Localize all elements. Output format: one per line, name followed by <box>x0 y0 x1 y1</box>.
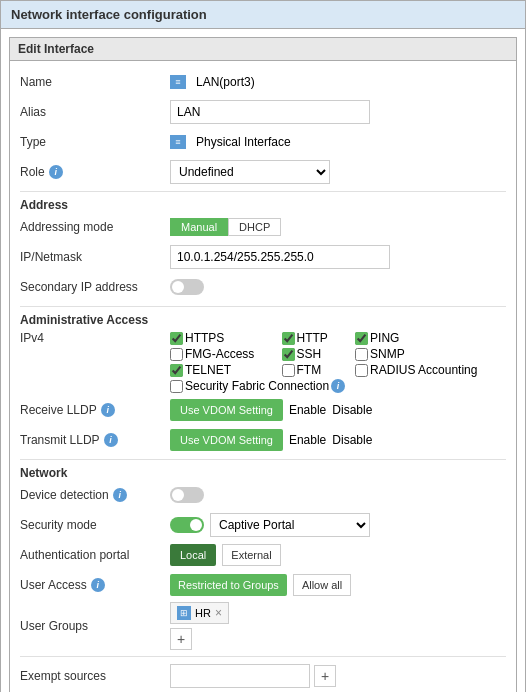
external-btn[interactable]: External <box>222 544 280 566</box>
transmit-lldp-disable[interactable]: Disable <box>332 433 372 447</box>
exempt-sources-plus[interactable]: + <box>314 665 336 687</box>
user-access-row: User Access i Restricted to Groups Allow… <box>20 572 506 598</box>
dhcp-btn[interactable]: DHCP <box>228 218 281 236</box>
auth-portal-label: Authentication portal <box>20 548 170 562</box>
form-body: Name ≡ LAN(port3) Alias Type ≡ Physical … <box>10 61 516 692</box>
user-groups-value: ⊞ HR × + <box>170 602 506 650</box>
radius-label: RADIUS Accounting <box>370 363 477 377</box>
security-mode-select[interactable]: Captive Portal <box>210 513 370 537</box>
user-groups-add: + <box>170 628 192 650</box>
ping-checkbox[interactable] <box>355 332 368 345</box>
device-detection-row: Device detection i <box>20 482 506 508</box>
role-row: Role i Undefined <box>20 159 506 185</box>
type-row: Type ≡ Physical Interface <box>20 129 506 155</box>
secondary-ip-toggle[interactable] <box>170 279 204 295</box>
role-info-icon[interactable]: i <box>49 165 63 179</box>
transmit-lldp-info-icon[interactable]: i <box>104 433 118 447</box>
secondary-ip-value <box>170 279 506 295</box>
ftm-checkbox[interactable] <box>282 364 295 377</box>
snmp-checkbox[interactable] <box>355 348 368 361</box>
https-label: HTTPS <box>185 331 224 345</box>
transmit-lldp-row: Transmit LLDP i Use VDOM Setting Enable … <box>20 427 506 453</box>
receive-lldp-vdom-btn[interactable]: Use VDOM Setting <box>170 399 283 421</box>
http-checkbox[interactable] <box>282 332 295 345</box>
security-mode-label: Security mode <box>20 518 170 532</box>
secondary-ip-row: Secondary IP address <box>20 274 506 300</box>
addressing-mode-row: Addressing mode Manual DHCP <box>20 214 506 240</box>
http-label: HTTP <box>297 331 328 345</box>
device-detection-value <box>170 487 506 503</box>
device-detection-label: Device detection i <box>20 488 170 502</box>
ssh-checkbox[interactable] <box>282 348 295 361</box>
transmit-lldp-vdom-btn[interactable]: Use VDOM Setting <box>170 429 283 451</box>
alias-row: Alias <box>20 99 506 125</box>
name-value: ≡ LAN(port3) <box>170 75 506 89</box>
divider-1 <box>20 191 506 192</box>
radius-checkbox[interactable] <box>355 364 368 377</box>
group-icon: ⊞ <box>177 606 191 620</box>
receive-lldp-info-icon[interactable]: i <box>101 403 115 417</box>
divider-3 <box>20 459 506 460</box>
auth-portal-row: Authentication portal Local External <box>20 542 506 568</box>
name-label: Name <box>20 75 170 89</box>
exempt-sources-value: + <box>170 664 506 688</box>
exempt-sources-label: Exempt sources <box>20 669 170 683</box>
secfabric-label: Security Fabric Connection <box>185 379 329 393</box>
ssh-label: SSH <box>297 347 322 361</box>
secfabric-checkbox[interactable] <box>170 380 183 393</box>
ping-checkbox-item: PING <box>355 331 477 345</box>
edit-panel: Edit Interface Name ≡ LAN(port3) Alias T… <box>9 37 517 692</box>
user-groups-plus-btn[interactable]: + <box>170 628 192 650</box>
local-btn[interactable]: Local <box>170 544 216 566</box>
hr-group-name: HR <box>195 607 211 619</box>
user-access-info-icon[interactable]: i <box>91 578 105 592</box>
manual-btn[interactable]: Manual <box>170 218 228 236</box>
name-text: LAN(port3) <box>196 75 255 89</box>
ping-label: PING <box>370 331 399 345</box>
ipv4-checkboxes: HTTPS HTTP PING FMG-Access <box>170 331 506 393</box>
allow-all-btn[interactable]: Allow all <box>293 574 351 596</box>
secfabric-info-icon[interactable]: i <box>331 379 345 393</box>
alias-input[interactable] <box>170 100 370 124</box>
transmit-lldp-label: Transmit LLDP i <box>20 433 170 447</box>
snmp-checkbox-item: SNMP <box>355 347 477 361</box>
type-text: Physical Interface <box>196 135 291 149</box>
role-value: Undefined <box>170 160 506 184</box>
manual-dhcp-toggle: Manual DHCP <box>170 218 281 236</box>
address-section-header: Address <box>20 198 506 212</box>
lan-icon: ≡ <box>170 75 186 89</box>
ip-netmask-input[interactable] <box>170 245 390 269</box>
restricted-groups-btn[interactable]: Restricted to Groups <box>170 574 287 596</box>
security-mode-toggle[interactable] <box>170 517 204 533</box>
hr-group-tag: ⊞ HR × <box>170 602 229 624</box>
transmit-lldp-enable[interactable]: Enable <box>289 433 326 447</box>
receive-lldp-enable[interactable]: Enable <box>289 403 326 417</box>
main-panel: Network interface configuration Edit Int… <box>0 0 526 692</box>
ftm-label: FTM <box>297 363 322 377</box>
receive-lldp-label: Receive LLDP i <box>20 403 170 417</box>
exempt-sources-controls: + <box>170 664 336 688</box>
https-checkbox[interactable] <box>170 332 183 345</box>
security-mode-row: Security mode Captive Portal <box>20 512 506 538</box>
telnet-label: TELNET <box>185 363 231 377</box>
alias-label: Alias <box>20 105 170 119</box>
name-row: Name ≡ LAN(port3) <box>20 69 506 95</box>
radius-checkbox-item: RADIUS Accounting <box>355 363 477 377</box>
admin-access-header: Administrative Access <box>20 313 506 327</box>
ip-netmask-value <box>170 245 506 269</box>
security-mode-value: Captive Portal <box>170 513 506 537</box>
telnet-checkbox[interactable] <box>170 364 183 377</box>
user-groups-label: User Groups <box>20 619 170 633</box>
fmg-checkbox-item: FMG-Access <box>170 347 272 361</box>
receive-lldp-disable[interactable]: Disable <box>332 403 372 417</box>
telnet-checkbox-item: TELNET <box>170 363 272 377</box>
ip-netmask-label: IP/Netmask <box>20 250 170 264</box>
type-label: Type <box>20 135 170 149</box>
device-detection-info-icon[interactable]: i <box>113 488 127 502</box>
hr-group-remove[interactable]: × <box>215 606 222 620</box>
device-detection-toggle[interactable] <box>170 487 204 503</box>
ipv4-row: IPv4 HTTPS HTTP PING <box>20 331 506 393</box>
fmg-checkbox[interactable] <box>170 348 183 361</box>
window-title: Network interface configuration <box>1 1 525 29</box>
role-select[interactable]: Undefined <box>170 160 330 184</box>
